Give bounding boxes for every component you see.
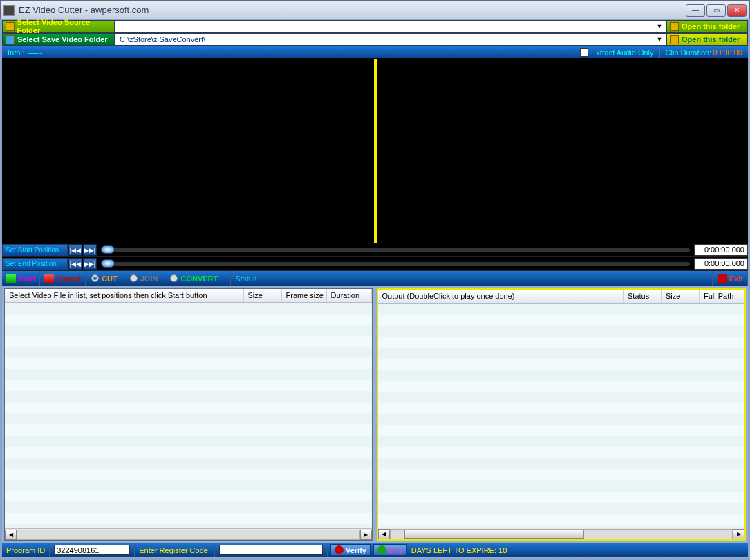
save-path-value: C:\zStore\z SaveConvert\ — [120, 35, 205, 44]
start-seek-back-fast[interactable]: |◀◀ — [68, 244, 82, 256]
scroll-track[interactable] — [390, 529, 733, 539]
scroll-track[interactable] — [17, 530, 360, 540]
scroll-left-icon[interactable]: ◀ — [378, 529, 390, 539]
output-list-body[interactable] — [378, 304, 745, 528]
play-icon — [6, 274, 16, 283]
mode-radio-group: CUT JOIN CONVERT — [91, 274, 230, 283]
scroll-left-icon[interactable]: ◀ — [5, 530, 17, 540]
select-source-label: Select Video Source Folder — [17, 18, 111, 35]
start-timecode: 0:00:00.000 — [694, 244, 748, 256]
end-seek-fwd-fast[interactable]: ▶▶| — [83, 258, 97, 270]
clip-duration-value: 00:00:00 — [713, 48, 742, 57]
source-path-dropdown[interactable]: ▼ — [655, 21, 664, 31]
program-id-segment: Program ID — [2, 543, 50, 557]
source-path-input[interactable]: ▼ — [115, 20, 666, 32]
close-button[interactable]: ✕ — [727, 4, 747, 17]
info-value: ------ — [27, 48, 42, 57]
verify-button[interactable]: Verify — [330, 544, 371, 556]
col-size[interactable]: Size — [244, 289, 282, 302]
extract-audio-segment[interactable]: Extract Audio Only — [574, 46, 660, 58]
end-position-row: Set End Position |◀◀ ▶▶| 0:00:00.000 — [2, 257, 748, 271]
extract-audio-label: Extract Audio Only — [591, 48, 654, 57]
output-file-list[interactable]: Output (DoubleClick to play once done) S… — [377, 288, 747, 541]
register-code-input[interactable] — [219, 545, 323, 555]
join-label: JOIN — [140, 274, 158, 283]
save-path-input[interactable]: C:\zStore\z SaveConvert\ ▼ — [115, 33, 666, 46]
col-out-size[interactable]: Size — [662, 290, 700, 303]
slider-thumb[interactable] — [101, 259, 115, 268]
open-source-folder-button[interactable]: Open this folder — [666, 20, 748, 32]
input-file-list[interactable]: Select Video File in list, set positions… — [4, 288, 373, 541]
power-icon — [718, 274, 727, 283]
select-save-folder-button[interactable]: Select Save Video Folder — [2, 33, 115, 46]
input-list-header: Select Video File in list, set positions… — [5, 289, 372, 303]
register-label: Enter Register Code: — [139, 546, 210, 554]
output-list-header: Output (DoubleClick to play once done) S… — [378, 290, 745, 304]
open-folder-label: Open this folder — [682, 22, 740, 30]
select-source-folder-button[interactable]: Select Video Source Folder — [2, 20, 115, 32]
buy-button[interactable]: Buy — [373, 544, 407, 556]
status-segment: Status — [230, 271, 713, 286]
info-segment: Info.: ------ — [2, 46, 48, 58]
col-output[interactable]: Output (DoubleClick to play once done) — [378, 290, 624, 303]
info-label: Info.: — [8, 48, 24, 57]
open-save-folder-button[interactable]: Open this folder — [666, 33, 748, 46]
minimize-button[interactable]: — — [686, 4, 705, 17]
open-folder-label2: Open this folder — [682, 35, 740, 44]
start-position-row: Set Start Position |◀◀ ▶▶| 0:00:00.000 — [2, 243, 748, 257]
folder-icon — [670, 35, 679, 44]
convert-label: CONVERT — [180, 274, 218, 283]
end-seek-back-fast[interactable]: |◀◀ — [68, 258, 82, 270]
buy-icon — [377, 545, 386, 554]
slider-thumb[interactable] — [101, 245, 115, 254]
buy-label: Buy — [388, 546, 403, 554]
scroll-right-icon[interactable]: ▶ — [733, 529, 744, 539]
cancel-button[interactable]: Cancel — [40, 271, 86, 286]
scroll-thumb[interactable] — [404, 530, 584, 539]
days-left-segment: DAYS LEFT TO EXPIRE: 10 — [407, 543, 748, 557]
col-out-status[interactable]: Status — [624, 290, 662, 303]
input-list-body[interactable] — [5, 303, 372, 528]
mode-join[interactable]: JOIN — [130, 274, 158, 283]
input-list-scrollbar[interactable]: ◀ ▶ — [5, 528, 372, 540]
clip-duration-segment: Clip Duration: 00:00:00 — [660, 46, 748, 58]
extract-audio-checkbox[interactable] — [580, 48, 588, 57]
save-path-dropdown[interactable]: ▼ — [655, 35, 664, 44]
col-duration[interactable]: Duration — [327, 289, 372, 302]
verify-icon — [335, 545, 344, 554]
clip-duration-label: Clip Duration: — [666, 48, 712, 57]
end-position-slider[interactable] — [101, 262, 690, 266]
program-id-input[interactable] — [54, 545, 130, 555]
col-out-path[interactable]: Full Path — [700, 290, 744, 303]
start-position-label: Set Start Position — [2, 244, 68, 256]
program-id-label: Program ID — [6, 546, 45, 554]
register-segment: Enter Register Code: — [135, 543, 215, 557]
exit-button[interactable]: Exit — [713, 271, 748, 286]
cancel-icon — [44, 274, 54, 283]
register-input-segment — [215, 543, 328, 557]
mode-convert[interactable]: CONVERT — [170, 274, 218, 283]
mode-cut[interactable]: CUT — [91, 274, 118, 283]
output-list-scrollbar[interactable]: ◀ ▶ — [378, 528, 745, 539]
select-save-label: Select Save Video Folder — [17, 35, 108, 44]
col-framesize[interactable]: Frame size — [282, 289, 327, 302]
radio-icon — [170, 274, 178, 282]
days-left-label: DAYS LEFT TO EXPIRE: 10 — [411, 546, 507, 554]
save-icon — [6, 35, 15, 44]
start-position-slider[interactable] — [101, 248, 690, 252]
info-bar: Info.: ------ Extract Audio Only Clip Du… — [2, 46, 748, 59]
preview-row — [2, 59, 748, 243]
cancel-label: Cancel — [56, 274, 81, 283]
col-file[interactable]: Select Video File in list, set positions… — [5, 289, 244, 302]
scroll-right-icon[interactable]: ▶ — [360, 530, 372, 540]
folder-icon — [6, 22, 15, 31]
window-title: EZ Video Cutter - awpersoft.com — [19, 5, 149, 15]
cut-label: CUT — [102, 274, 118, 283]
title-bar: EZ Video Cutter - awpersoft.com — ▭ ✕ — [0, 0, 750, 19]
radio-icon — [91, 274, 99, 282]
start-button[interactable]: Start — [2, 271, 40, 286]
status-label: Status — [235, 274, 256, 283]
maximize-button[interactable]: ▭ — [706, 4, 726, 17]
preview-left — [2, 59, 377, 243]
start-seek-fwd-fast[interactable]: ▶▶| — [83, 244, 97, 256]
